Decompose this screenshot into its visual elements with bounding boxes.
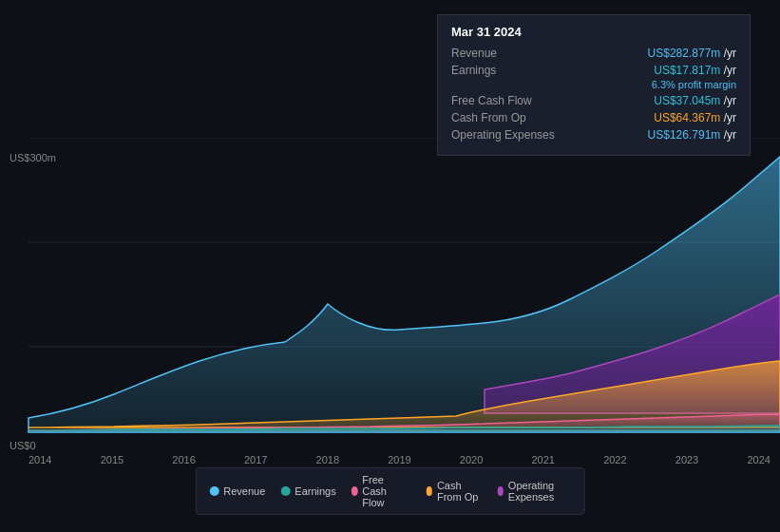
legend-item-revenue[interactable]: Revenue (209, 485, 265, 497)
revenue-unit: /yr (724, 47, 736, 60)
legend-label-fcf: Free Cash Flow (362, 474, 410, 508)
opex-label: Operating Expenses (451, 128, 565, 142)
cashfromop-unit: /yr (724, 111, 736, 124)
x-label-2019: 2019 (388, 454, 410, 466)
profit-margin-label: profit margin (678, 79, 736, 90)
chart-svg (0, 138, 780, 451)
earnings-label: Earnings (451, 64, 565, 77)
x-label-2022: 2022 (603, 454, 626, 466)
opex-unit: /yr (724, 128, 736, 142)
legend-label-cashfromop: Cash From Op (437, 480, 482, 503)
x-label-2014: 2014 (29, 454, 51, 466)
x-label-2023: 2023 (675, 454, 698, 466)
opex-value: US$126.791m (648, 128, 721, 142)
tooltip-row-cashfromop: Cash From Op US$64.367m /yr (451, 111, 736, 124)
x-label-2018: 2018 (316, 454, 339, 466)
legend-item-fcf[interactable]: Free Cash Flow (352, 474, 411, 508)
x-label-2016: 2016 (172, 454, 195, 466)
opex-value-block: US$126.791m /yr (648, 128, 736, 142)
legend-label-earnings: Earnings (295, 485, 335, 497)
legend-dot-cashfromop (426, 486, 432, 496)
profit-margin: 6.3% profit margin (652, 79, 736, 90)
legend: Revenue Earnings Free Cash Flow Cash Fro… (195, 467, 585, 515)
chart-area (0, 138, 780, 451)
cashfromop-label: Cash From Op (451, 111, 565, 124)
fcf-value-block: US$37.045m /yr (654, 94, 736, 107)
legend-dot-fcf (352, 486, 358, 496)
legend-item-earnings[interactable]: Earnings (280, 485, 335, 497)
legend-item-cashfromop[interactable]: Cash From Op (426, 480, 482, 503)
x-label-2024: 2024 (747, 454, 770, 466)
fcf-value: US$37.045m (654, 94, 720, 107)
x-axis: 2014 2015 2016 2017 2018 2019 2020 2021 … (29, 454, 770, 466)
revenue-value: US$282.877m (648, 47, 721, 60)
earnings-value: US$17.817m (654, 64, 720, 77)
earnings-value-block: US$17.817m /yr 6.3% profit margin (652, 64, 736, 90)
revenue-value-block: US$282.877m /yr (648, 47, 736, 60)
tooltip-box: Mar 31 2024 Revenue US$282.877m /yr Earn… (437, 14, 751, 156)
legend-label-opex: Operating Expenses (508, 480, 571, 503)
cashfromop-value-block: US$64.367m /yr (654, 111, 736, 124)
tooltip-row-opex: Operating Expenses US$126.791m /yr (451, 128, 736, 142)
fcf-label: Free Cash Flow (451, 94, 565, 107)
x-label-2020: 2020 (460, 454, 483, 466)
cashfromop-value: US$64.367m (654, 111, 720, 124)
tooltip-row-revenue: Revenue US$282.877m /yr (451, 47, 736, 60)
x-label-2021: 2021 (531, 454, 554, 466)
x-label-2015: 2015 (101, 454, 124, 466)
legend-dot-earnings (280, 486, 290, 496)
x-label-2017: 2017 (244, 454, 267, 466)
earnings-unit: /yr (724, 64, 736, 77)
revenue-label: Revenue (451, 47, 565, 60)
legend-dot-opex (497, 486, 504, 496)
legend-dot-revenue (209, 486, 219, 496)
legend-label-revenue: Revenue (223, 485, 265, 497)
tooltip-date: Mar 31 2024 (451, 25, 736, 39)
chart-container: Mar 31 2024 Revenue US$282.877m /yr Earn… (0, 0, 780, 532)
legend-item-opex[interactable]: Operating Expenses (497, 480, 571, 503)
tooltip-row-earnings: Earnings US$17.817m /yr 6.3% profit marg… (451, 64, 736, 90)
tooltip-row-fcf: Free Cash Flow US$37.045m /yr (451, 94, 736, 107)
fcf-unit: /yr (724, 94, 736, 107)
